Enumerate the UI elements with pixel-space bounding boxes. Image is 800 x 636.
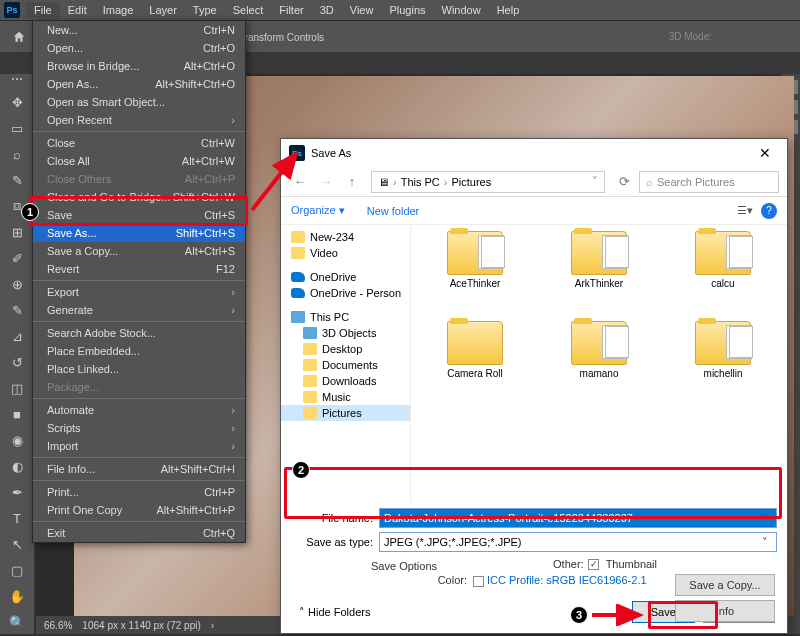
type-tool-icon[interactable]: T: [4, 506, 30, 530]
zoom-tool-icon[interactable]: 🔍: [4, 610, 30, 634]
refresh-icon[interactable]: ⟳: [613, 171, 635, 193]
path-tool-icon[interactable]: ↖: [4, 532, 30, 556]
blur-tool-icon[interactable]: ◉: [4, 428, 30, 452]
menuitem-scripts[interactable]: Scripts: [33, 419, 245, 437]
menuitem-export[interactable]: Export: [33, 283, 245, 301]
hide-folders-toggle[interactable]: ˄ Hide Folders: [299, 606, 370, 619]
menuitem-search-adobe-stock-[interactable]: Search Adobe Stock...: [33, 324, 245, 342]
menuitem-close-and-go-to-bridge-[interactable]: Close and Go to Bridge...Shift+Ctrl+W: [33, 188, 245, 206]
menuitem-file-info-[interactable]: File Info...Alt+Shift+Ctrl+I: [33, 460, 245, 478]
menu-select[interactable]: Select: [225, 2, 272, 18]
shape-tool-icon[interactable]: ▢: [4, 558, 30, 582]
menuitem-save[interactable]: SaveCtrl+S: [33, 206, 245, 224]
menu-help[interactable]: Help: [489, 2, 528, 18]
menuitem-revert[interactable]: RevertF12: [33, 260, 245, 278]
history-tool-icon[interactable]: ↺: [4, 350, 30, 374]
folder-arkthinker[interactable]: ArkThinker: [539, 231, 659, 317]
saveastype-dropdown[interactable]: JPEG (*.JPG;*.JPEG;*.JPE)˅: [379, 532, 777, 552]
menuitem-open-recent[interactable]: Open Recent: [33, 111, 245, 129]
menu-3d[interactable]: 3D: [312, 2, 342, 18]
menuitem-place-embedded-[interactable]: Place Embedded...: [33, 342, 245, 360]
menuitem-automate[interactable]: Automate: [33, 401, 245, 419]
menu-file[interactable]: File: [26, 2, 60, 18]
newfolder-button[interactable]: New folder: [367, 205, 420, 217]
menuitem-new-[interactable]: New...Ctrl+N: [33, 21, 245, 39]
folder-calcu[interactable]: calcu: [663, 231, 783, 317]
folder-mamano[interactable]: mamano: [539, 321, 659, 407]
menuitem-place-linked-[interactable]: Place Linked...: [33, 360, 245, 378]
move-tool-icon[interactable]: ✥: [4, 90, 30, 114]
menuitem-open-[interactable]: Open...Ctrl+O: [33, 39, 245, 57]
help-icon[interactable]: ?: [761, 203, 777, 219]
hand-tool-icon[interactable]: ✋: [4, 584, 30, 608]
tree-pictures[interactable]: Pictures: [281, 405, 410, 421]
tree-onedrive[interactable]: OneDrive: [281, 269, 410, 285]
frame-tool-icon[interactable]: ⊞: [4, 220, 30, 244]
filename-input[interactable]: Dakota-Johnson-Actress-Portrait-e1522344…: [379, 508, 777, 528]
lasso-tool-icon[interactable]: ⌕: [4, 142, 30, 166]
menu-image[interactable]: Image: [95, 2, 142, 18]
close-icon[interactable]: ✕: [751, 145, 779, 161]
back-icon[interactable]: ←: [289, 171, 311, 193]
eyedropper-tool-icon[interactable]: ✐: [4, 246, 30, 270]
menuitem-save-as-[interactable]: Save As...Shift+Ctrl+S: [33, 224, 245, 242]
heal-tool-icon[interactable]: ⊕: [4, 272, 30, 296]
menuitem-save-a-copy-[interactable]: Save a Copy...Alt+Ctrl+S: [33, 242, 245, 260]
home-icon[interactable]: [10, 28, 28, 46]
tree--d-objects[interactable]: 3D Objects: [281, 325, 410, 341]
info-button[interactable]: Info: [675, 600, 775, 622]
save-as-dialog: Ps Save As ✕ ← → ↑ 🖥› This PC› Pictures …: [280, 138, 788, 634]
marquee-tool-icon[interactable]: ▭: [4, 116, 30, 140]
menuitem-open-as-[interactable]: Open As...Alt+Shift+Ctrl+O: [33, 75, 245, 93]
save-copy-button[interactable]: Save a Copy...: [675, 574, 775, 596]
menuitem-generate[interactable]: Generate: [33, 301, 245, 319]
tree-video[interactable]: Video: [281, 245, 410, 261]
menu-layer[interactable]: Layer: [141, 2, 185, 18]
dodge-tool-icon[interactable]: ◐: [4, 454, 30, 478]
saveastype-label: Save as type:: [305, 536, 379, 548]
menu-plugins[interactable]: Plugins: [381, 2, 433, 18]
tree-onedrive-person[interactable]: OneDrive - Person: [281, 285, 410, 301]
file-list[interactable]: AceThinkerArkThinkercalcuCamera Rollmama…: [411, 225, 787, 502]
folder-acethinker[interactable]: AceThinker: [415, 231, 535, 317]
folder-camera-roll[interactable]: Camera Roll: [415, 321, 535, 407]
tree-downloads[interactable]: Downloads: [281, 373, 410, 389]
annotation-badge-3: 3: [570, 606, 588, 624]
menu-type[interactable]: Type: [185, 2, 225, 18]
organize-button[interactable]: Organize ▾: [291, 204, 345, 217]
menu-view[interactable]: View: [342, 2, 382, 18]
menu-filter[interactable]: Filter: [271, 2, 311, 18]
brush-tool-icon[interactable]: ✎: [4, 298, 30, 322]
icc-checkbox[interactable]: [473, 576, 484, 587]
stamp-tool-icon[interactable]: ⊿: [4, 324, 30, 348]
menuitem-print-[interactable]: Print...Ctrl+P: [33, 483, 245, 501]
forward-icon[interactable]: →: [315, 171, 337, 193]
menuitem-browse-in-bridge-[interactable]: Browse in Bridge...Alt+Ctrl+O: [33, 57, 245, 75]
tree-desktop[interactable]: Desktop: [281, 341, 410, 357]
tree-music[interactable]: Music: [281, 389, 410, 405]
top-menubar: Ps FileEditImageLayerTypeSelectFilter3DV…: [0, 0, 800, 20]
breadcrumb[interactable]: 🖥› This PC› Pictures ˅: [371, 171, 605, 193]
menuitem-import[interactable]: Import: [33, 437, 245, 455]
menuitem-close[interactable]: CloseCtrl+W: [33, 134, 245, 152]
menuitem-close-all[interactable]: Close AllAlt+Ctrl+W: [33, 152, 245, 170]
up-icon[interactable]: ↑: [341, 171, 363, 193]
menu-window[interactable]: Window: [434, 2, 489, 18]
tree-documents[interactable]: Documents: [281, 357, 410, 373]
menuitem-open-as-smart-object-[interactable]: Open as Smart Object...: [33, 93, 245, 111]
folder-michellin[interactable]: michellin: [663, 321, 783, 407]
eraser-tool-icon[interactable]: ◫: [4, 376, 30, 400]
menu-edit[interactable]: Edit: [60, 2, 95, 18]
view-icon[interactable]: ☰▾: [735, 201, 755, 221]
tree-new-[interactable]: New-234: [281, 229, 410, 245]
quickselect-tool-icon[interactable]: ✎: [4, 168, 30, 192]
menuitem-exit[interactable]: ExitCtrl+Q: [33, 524, 245, 542]
tree-this-pc[interactable]: This PC: [281, 309, 410, 325]
menuitem-print-one-copy[interactable]: Print One CopyAlt+Shift+Ctrl+P: [33, 501, 245, 519]
thumbnail-checkbox[interactable]: [588, 559, 599, 570]
gradient-tool-icon[interactable]: ■: [4, 402, 30, 426]
pen-tool-icon[interactable]: ✒: [4, 480, 30, 504]
search-input[interactable]: ⌕Search Pictures: [639, 171, 779, 193]
chevron-right-icon[interactable]: ›: [211, 620, 214, 631]
dialog-title: Save As: [311, 147, 751, 159]
